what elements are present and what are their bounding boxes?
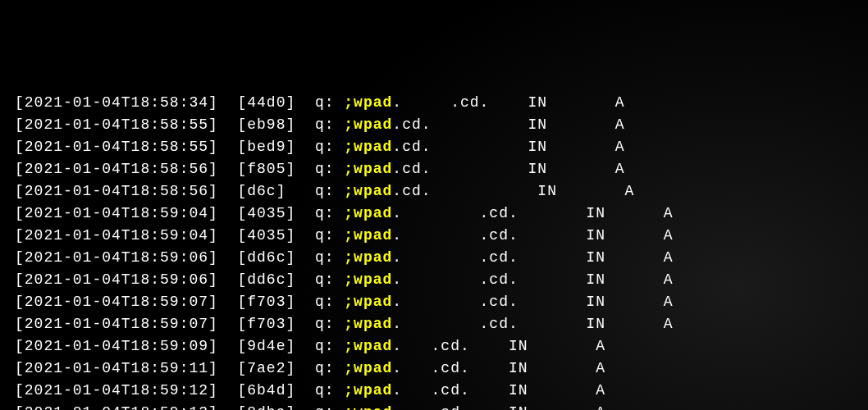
grep-match-wpad: wpad (354, 227, 392, 244)
log-line: [2021-01-04T18:59:06] [dd6c] q: ;wpad. .… (15, 247, 853, 269)
log-line: [2021-01-04T18:58:34] [44d0] q: ;wpad. .… (15, 92, 853, 114)
semicolon: ; (344, 116, 354, 133)
timestamp: [2021-01-04T18:58:55] (15, 139, 218, 155)
timestamp: [2021-01-04T18:59:04] (15, 227, 218, 244)
query-hash: [6b4d] (237, 382, 295, 399)
grep-match-wpad: wpad (354, 249, 392, 266)
query-hash: [f703] (237, 316, 295, 332)
grep-match-wpad: wpad (354, 382, 392, 399)
q-label: q: (315, 139, 335, 155)
q-label: q: (305, 183, 334, 199)
query-hash: [7ae2] (237, 360, 295, 376)
timestamp: [2021-01-04T18:59:13] (15, 404, 218, 410)
semicolon: ; (344, 404, 354, 410)
grep-match-wpad: wpad (354, 294, 392, 310)
log-line: [2021-01-04T18:58:55] [bed9] q: ;wpad.cd… (15, 136, 853, 158)
semicolon: ; (344, 249, 354, 266)
grep-match-wpad: wpad (354, 183, 392, 199)
dns-record-tail: .cd. IN A (392, 161, 624, 177)
dns-record-tail: . .cd. IN A (392, 360, 605, 376)
log-line: [2021-01-04T18:58:55] [eb98] q: ;wpad.cd… (15, 114, 853, 136)
dns-record-tail: . .cd. IN A (392, 294, 673, 310)
grep-match-wpad: wpad (354, 139, 392, 155)
semicolon: ; (344, 205, 354, 221)
timestamp: [2021-01-04T18:59:04] (15, 205, 218, 221)
grep-match-wpad: wpad (354, 360, 392, 376)
query-hash: [8dba] (237, 404, 295, 410)
semicolon: ; (344, 294, 354, 310)
log-line: [2021-01-04T18:58:56] [f805] q: ;wpad.cd… (15, 158, 853, 180)
semicolon: ; (344, 316, 354, 332)
semicolon: ; (344, 271, 354, 288)
log-line: [2021-01-04T18:59:06] [dd6c] q: ;wpad. .… (15, 269, 853, 291)
semicolon: ; (344, 227, 354, 244)
semicolon: ; (344, 338, 354, 354)
grep-match-wpad: wpad (354, 404, 392, 410)
semicolon: ; (344, 139, 354, 155)
timestamp: [2021-01-04T18:59:06] (15, 249, 218, 266)
query-hash: [f805] (237, 161, 295, 177)
timestamp: [2021-01-04T18:58:56] (15, 161, 218, 177)
q-label: q: (315, 271, 335, 288)
log-line: [2021-01-04T18:59:04] [4035] q: ;wpad. .… (15, 203, 853, 225)
timestamp: [2021-01-04T18:59:06] (15, 271, 218, 288)
log-line: [2021-01-04T18:58:56] [d6c] q: ;wpad.cd.… (15, 180, 853, 203)
q-label: q: (315, 116, 335, 133)
grep-match-wpad: wpad (354, 338, 392, 354)
log-line: [2021-01-04T18:59:04] [4035] q: ;wpad. .… (15, 225, 853, 247)
dns-record-tail: . .cd. IN A (392, 205, 673, 221)
query-hash: [4035] (237, 205, 295, 221)
semicolon: ; (344, 360, 354, 376)
semicolon: ; (344, 183, 354, 199)
q-label: q: (315, 338, 335, 354)
q-label: q: (315, 294, 335, 310)
log-line: [2021-01-04T18:59:09] [9d4e] q: ;wpad. .… (15, 335, 853, 358)
timestamp: [2021-01-04T18:58:55] (15, 116, 218, 133)
q-label: q: (315, 161, 335, 177)
timestamp: [2021-01-04T18:59:12] (15, 382, 218, 399)
q-label: q: (315, 94, 335, 111)
q-label: q: (315, 382, 335, 399)
q-label: q: (315, 360, 335, 376)
dns-record-tail: . .cd. IN A (392, 404, 605, 410)
log-line: [2021-01-04T18:59:11] [7ae2] q: ;wpad. .… (15, 358, 853, 380)
timestamp: [2021-01-04T18:58:34] (15, 94, 218, 111)
timestamp: [2021-01-04T18:59:11] (15, 360, 218, 376)
semicolon: ; (344, 161, 354, 177)
q-label: q: (315, 205, 335, 221)
grep-match-wpad: wpad (354, 161, 392, 177)
q-label: q: (315, 249, 335, 266)
dns-record-tail: .cd. IN A (392, 139, 624, 155)
query-hash: [bed9] (237, 139, 295, 155)
log-line: [2021-01-04T18:59:07] [f703] q: ;wpad. .… (15, 291, 853, 313)
timestamp: [2021-01-04T18:59:07] (15, 316, 218, 332)
log-line: [2021-01-04T18:59:12] [6b4d] q: ;wpad. .… (15, 380, 853, 402)
timestamp: [2021-01-04T18:59:09] (15, 338, 218, 354)
query-hash: [4035] (237, 227, 295, 244)
dns-record-tail: . .cd. IN A (392, 338, 605, 354)
query-hash: [d6c] (237, 183, 286, 199)
dns-record-tail: . .cd. IN A (392, 382, 605, 399)
grep-match-wpad: wpad (354, 205, 392, 221)
log-line: [2021-01-04T18:59:13] [8dba] q: ;wpad. .… (15, 402, 853, 410)
query-hash: [eb98] (237, 116, 295, 133)
query-hash: [dd6c] (237, 271, 295, 288)
semicolon: ; (344, 382, 354, 399)
q-label: q: (315, 227, 335, 244)
timestamp: [2021-01-04T18:58:56] (15, 183, 218, 199)
query-hash: [44d0] (237, 94, 295, 111)
grep-match-wpad: wpad (354, 271, 392, 288)
query-hash: [dd6c] (237, 249, 295, 266)
dns-record-tail: . .cd. IN A (392, 271, 673, 288)
grep-match-wpad: wpad (354, 94, 392, 111)
dns-record-tail: .cd. IN A (392, 183, 634, 199)
q-label: q: (315, 316, 335, 332)
timestamp: [2021-01-04T18:59:07] (15, 294, 218, 310)
grep-match-wpad: wpad (354, 316, 392, 332)
query-hash: [f703] (237, 294, 295, 310)
dns-record-tail: .cd. IN A (392, 116, 624, 133)
log-line: [2021-01-04T18:59:07] [f703] q: ;wpad. .… (15, 313, 853, 335)
dns-record-tail: . .cd. IN A (392, 249, 673, 266)
terminal-output: [2021-01-04T18:58:34] [44d0] q: ;wpad. .… (15, 92, 853, 410)
dns-record-tail: . .cd. IN A (392, 227, 673, 244)
